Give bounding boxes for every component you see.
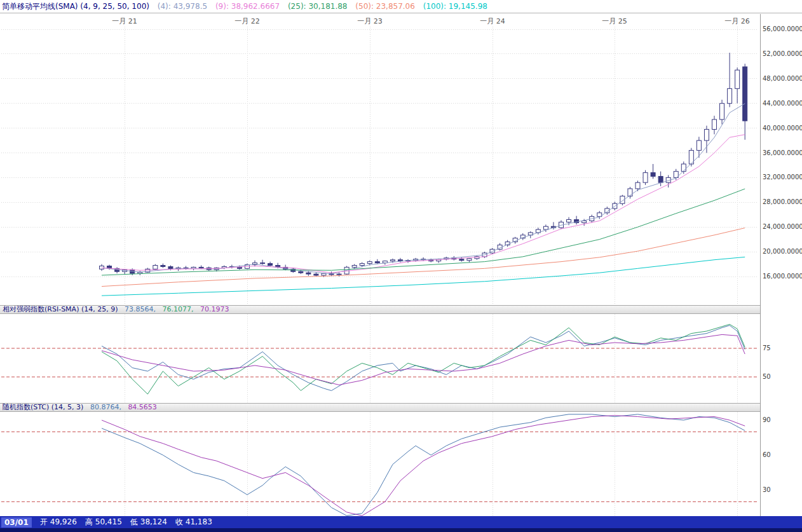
sma9-value: (9): 38,962.6667 — [215, 2, 280, 11]
sma-indicator-header: 简单移动平均线(SMA) (4, 9, 25, 50, 100) (4): 43… — [0, 0, 802, 13]
y-axis-label: 60 — [763, 451, 771, 458]
rsi14-value: 73.8564, — [125, 305, 156, 313]
y-axis-label: 52,000.0000 — [763, 50, 802, 57]
y-axis-label: 56,000.0000 — [763, 25, 802, 32]
close-value: 41,183 — [186, 517, 212, 526]
high-value: 50,415 — [95, 517, 122, 526]
rsi-canvas — [0, 314, 760, 403]
stc-chart[interactable] — [0, 412, 760, 516]
y-axis-label: 28,000.0000 — [763, 198, 802, 205]
y-axis-label: 30 — [763, 486, 771, 493]
y-axis-label: 44,000.0000 — [763, 100, 802, 107]
rsi-title: 相对强弱指数(RSI-SMA) (14, 25, 9) — [3, 305, 118, 313]
x-axis-label: 一月 21 — [104, 17, 145, 26]
y-axis-label: 16,000.0000 — [763, 273, 802, 280]
x-axis-strip: 一月 21一月 22一月 23一月 24一月 25一月 26 — [0, 14, 760, 27]
status-item-close: 收41,183 — [175, 517, 212, 528]
status-item-low: 低38,124 — [130, 517, 167, 528]
stc-k-value: 80.8764, — [90, 403, 121, 411]
y-axis-label: 32,000.0000 — [763, 174, 802, 181]
rsi-sma9-value: 70.1973 — [200, 305, 229, 313]
price-axis-gutter: 56,000.000052,000.000048,000.000044,000.… — [761, 0, 802, 532]
stc-indicator-header: 随机指数(STC) (14, 5, 3) 80.8764, 84.5653 — [0, 403, 760, 412]
rsi25-value: 76.1077, — [162, 305, 193, 313]
y-axis-label: 40,000.0000 — [763, 125, 802, 132]
close-label: 收 — [175, 517, 183, 526]
x-axis-label: 一月 22 — [227, 17, 268, 26]
y-axis-label: 24,000.0000 — [763, 223, 802, 230]
main-price-chart[interactable] — [0, 27, 760, 305]
high-label: 高 — [85, 517, 93, 526]
rsi-chart[interactable] — [0, 314, 760, 403]
candlestick-canvas — [0, 27, 760, 305]
y-axis-label: 20,000.0000 — [763, 248, 802, 255]
stc-d-value: 84.5653 — [128, 403, 157, 411]
x-axis-label: 一月 24 — [472, 17, 513, 26]
stc-canvas — [0, 412, 760, 516]
y-axis-label: 50 — [763, 373, 771, 380]
rsi-indicator-header: 相对强弱指数(RSI-SMA) (14, 25, 9) 73.8564, 76.… — [0, 305, 760, 314]
x-axis-label: 一月 23 — [350, 17, 390, 26]
status-date-badge: 03/01 — [1, 517, 32, 528]
sma4-value: (4): 43,978.5 — [158, 2, 207, 11]
y-axis-label: 90 — [763, 416, 771, 423]
status-item-open: 开49,926 — [40, 517, 77, 528]
chart-application: 简单移动平均线(SMA) (4, 9, 25, 50, 100) (4): 43… — [0, 0, 802, 532]
sma50-value: (50): 23,857.06 — [355, 2, 415, 11]
sma100-value: (100): 19,145.98 — [423, 2, 487, 11]
y-axis-label: 48,000.0000 — [763, 75, 802, 82]
sma-indicator-title: 简单移动平均线(SMA) (4, 9, 25, 50, 100) — [2, 2, 149, 11]
open-value: 49,926 — [50, 517, 77, 526]
low-value: 38,124 — [140, 517, 167, 526]
low-label: 低 — [130, 517, 138, 526]
x-axis-label: 一月 25 — [594, 17, 635, 26]
status-item-high: 高50,415 — [85, 517, 122, 528]
stc-title: 随机指数(STC) (14, 5, 3) — [3, 403, 83, 411]
open-label: 开 — [40, 517, 48, 526]
y-axis-label: 75 — [763, 344, 771, 351]
y-axis-label: 36,000.0000 — [763, 149, 802, 156]
x-axis-label: 一月 26 — [717, 17, 758, 26]
status-bar: 03/01 开49,926 高50,415 低38,124 收41,183 — [0, 516, 802, 532]
sma25-value: (25): 30,181.88 — [288, 2, 348, 11]
